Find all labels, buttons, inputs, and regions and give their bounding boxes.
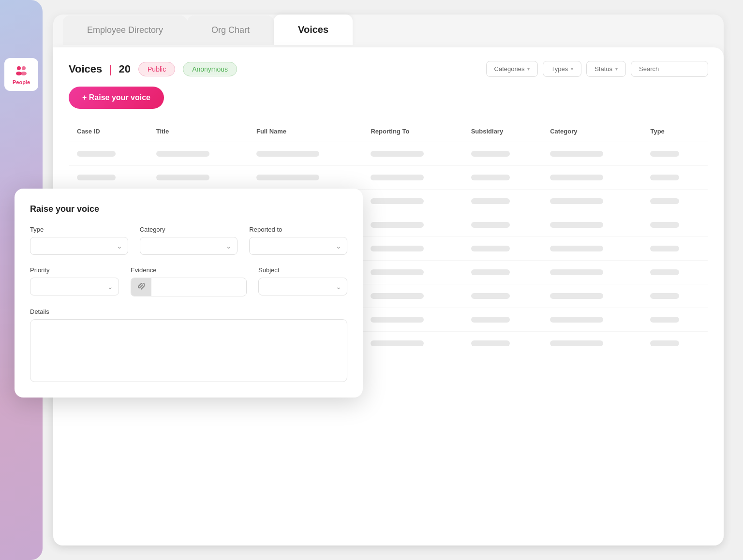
tab-voices[interactable]: Voices <box>274 15 353 45</box>
col-category: Category <box>542 121 642 142</box>
details-textarea[interactable] <box>30 319 347 382</box>
categories-filter[interactable]: Categories ▾ <box>486 61 538 77</box>
category-select[interactable] <box>140 237 238 255</box>
tab-employee-directory[interactable]: Employee Directory <box>63 15 187 45</box>
tabs-row: Employee Directory Org Chart Voices <box>53 15 724 45</box>
col-subsidiary: Subsidiary <box>463 121 542 142</box>
subject-field: Subject <box>258 266 347 296</box>
subject-select[interactable] <box>258 278 347 295</box>
cell-category <box>542 142 642 166</box>
cell-reporting-to <box>363 190 463 213</box>
pipe-separator: | <box>109 62 112 76</box>
priority-select-wrapper <box>30 278 119 295</box>
cell-subsidiary <box>463 284 542 308</box>
cell-reporting-to <box>363 261 463 284</box>
cell-reporting-to <box>363 332 463 355</box>
reported-to-select-wrapper <box>249 237 347 255</box>
voices-header: Voices | 20 Public Anonymous Categories … <box>69 61 708 77</box>
voices-count: 20 <box>119 63 131 75</box>
evidence-label: Evidence <box>131 266 247 274</box>
cell-type <box>642 142 708 166</box>
evidence-input-wrapper <box>131 278 247 296</box>
reported-to-field: Reported to <box>249 226 347 255</box>
subject-select-wrapper <box>258 278 347 295</box>
cell-reporting-to <box>363 142 463 166</box>
modal-title: Raise your voice <box>30 204 347 214</box>
type-select[interactable] <box>30 237 128 255</box>
evidence-text-input[interactable] <box>151 279 246 295</box>
details-label: Details <box>30 308 347 315</box>
chevron-down-icon: ▾ <box>571 66 573 72</box>
evidence-attach-btn[interactable] <box>131 278 151 296</box>
sidebar-item-label: People <box>13 79 30 85</box>
reported-to-select[interactable] <box>249 237 347 255</box>
cell-type <box>642 284 708 308</box>
cell-category <box>542 166 642 190</box>
table-row[interactable] <box>69 166 708 190</box>
tab-org-chart[interactable]: Org Chart <box>187 15 274 45</box>
cell-type <box>642 332 708 355</box>
cell-category <box>542 261 642 284</box>
cell-category <box>542 308 642 332</box>
priority-label: Priority <box>30 266 119 274</box>
cell-type <box>642 166 708 190</box>
cell-subsidiary <box>463 142 542 166</box>
cell-type <box>642 213 708 237</box>
svg-point-1 <box>22 66 26 70</box>
voices-label: Voices <box>69 63 102 75</box>
cell-full-name <box>249 142 363 166</box>
cell-reporting-to <box>363 237 463 261</box>
svg-point-3 <box>21 72 27 75</box>
cell-subsidiary <box>463 237 542 261</box>
col-type: Type <box>642 121 708 142</box>
cell-subsidiary <box>463 308 542 332</box>
cell-subsidiary <box>463 166 542 190</box>
types-filter[interactable]: Types ▾ <box>543 61 581 77</box>
sidebar-item-people[interactable]: People <box>4 58 38 91</box>
priority-field: Priority <box>30 266 119 296</box>
evidence-field: Evidence <box>131 266 247 296</box>
raise-voice-button[interactable]: + Raise your voice <box>69 87 164 109</box>
form-row-1: Type Category Reported to <box>30 226 347 255</box>
col-reporting-to: Reporting To <box>363 121 463 142</box>
public-badge[interactable]: Public <box>138 62 175 76</box>
reported-to-label: Reported to <box>249 226 347 233</box>
category-field: Category <box>140 226 238 255</box>
cell-subsidiary <box>463 261 542 284</box>
filter-group: Categories ▾ Types ▾ Status ▾ <box>486 61 708 77</box>
cell-title <box>149 142 249 166</box>
form-row-2: Priority Evidence <box>30 266 347 296</box>
voices-title: Voices | 20 <box>69 62 131 76</box>
type-field: Type <box>30 226 128 255</box>
cell-case-id <box>69 142 149 166</box>
cell-reporting-to <box>363 308 463 332</box>
cell-type <box>642 261 708 284</box>
tabs-area: Employee Directory Org Chart Voices <box>53 15 724 45</box>
cell-type <box>642 190 708 213</box>
cell-category <box>542 213 642 237</box>
cell-reporting-to <box>363 213 463 237</box>
cell-type <box>642 237 708 261</box>
category-label: Category <box>140 226 238 233</box>
type-select-wrapper <box>30 237 128 255</box>
cell-category <box>542 332 642 355</box>
anonymous-badge[interactable]: Anonymous <box>183 62 237 76</box>
search-input[interactable] <box>631 61 708 77</box>
cell-type <box>642 308 708 332</box>
priority-select[interactable] <box>30 278 119 295</box>
chevron-down-icon: ▾ <box>527 66 530 72</box>
cell-subsidiary <box>463 332 542 355</box>
cell-title <box>149 166 249 190</box>
col-full-name: Full Name <box>249 121 363 142</box>
people-icon <box>15 64 28 77</box>
cell-subsidiary <box>463 190 542 213</box>
table-row[interactable] <box>69 142 708 166</box>
cell-category <box>542 284 642 308</box>
subject-label: Subject <box>258 266 347 274</box>
raise-voice-modal: Raise your voice Type Category <box>15 189 363 398</box>
svg-point-0 <box>17 66 21 70</box>
type-label: Type <box>30 226 128 233</box>
col-title: Title <box>149 121 249 142</box>
status-filter[interactable]: Status ▾ <box>586 61 626 77</box>
table-header-row: Case ID Title Full Name Reporting To Sub… <box>69 121 708 142</box>
